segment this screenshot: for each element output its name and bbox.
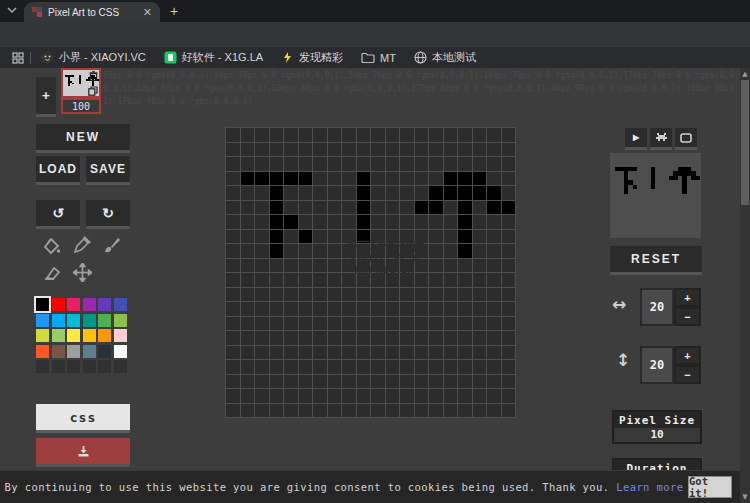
pixel-cell[interactable] [328,157,342,171]
pixel-cell[interactable] [458,360,472,374]
palette-swatch[interactable] [36,345,49,358]
load-button[interactable]: LOAD [36,156,80,182]
pixel-cell[interactable] [255,259,269,273]
add-frame-button[interactable]: + [36,77,56,114]
pixel-cell[interactable] [502,331,516,345]
pixel-cell[interactable] [255,389,269,403]
pixel-cell[interactable] [313,128,327,142]
pixel-cell[interactable] [241,230,255,244]
pixel-cell[interactable] [226,259,240,273]
pixel-cell[interactable] [429,317,443,331]
pixel-cell[interactable] [255,273,269,287]
pixel-cell[interactable] [342,389,356,403]
pixel-cell[interactable] [371,288,385,302]
pixel-cell[interactable] [386,404,400,418]
width-increase-button[interactable]: + [674,288,701,307]
pixel-cell[interactable] [473,389,487,403]
pixel-cell[interactable] [313,389,327,403]
palette-swatch[interactable] [36,360,49,373]
pixel-cell[interactable] [415,143,429,157]
pixel-cell[interactable] [386,157,400,171]
pixel-cell[interactable] [487,186,501,200]
pixel-cell[interactable] [255,360,269,374]
play-preview-button[interactable]: ▶ [625,128,647,147]
pixel-cell[interactable] [400,143,414,157]
pixel-cell[interactable] [284,331,298,345]
pixel-cell[interactable] [313,201,327,215]
pixel-cell[interactable] [241,288,255,302]
palette-swatch[interactable] [114,298,127,311]
pixel-cell[interactable] [502,128,516,142]
palette-swatch[interactable] [98,329,111,342]
pixel-cell[interactable] [342,128,356,142]
pixel-cell[interactable] [284,273,298,287]
pixel-cell[interactable] [415,157,429,171]
pixel-cell[interactable] [299,128,313,142]
pixel-cell[interactable] [487,389,501,403]
pixel-cell[interactable] [415,346,429,360]
pixel-cell[interactable] [502,360,516,374]
pixel-cell[interactable] [386,201,400,215]
pixel-cell[interactable] [444,346,458,360]
palette-swatch[interactable] [114,360,127,373]
pixel-cell[interactable] [400,302,414,316]
pixel-cell[interactable] [458,230,472,244]
pixel-cell[interactable] [444,331,458,345]
pixel-cell[interactable] [502,404,516,418]
pixel-cell[interactable] [255,375,269,389]
pixel-cell[interactable] [255,244,269,258]
pixel-cell[interactable] [284,404,298,418]
pixel-cell[interactable] [400,172,414,186]
pixel-cell[interactable] [357,215,371,229]
pixel-cell[interactable] [255,128,269,142]
pixel-cell[interactable] [429,375,443,389]
pixel-cell[interactable] [241,143,255,157]
pixel-cell[interactable] [313,288,327,302]
pixel-cell[interactable] [502,273,516,287]
bookmark-item[interactable]: MT [361,52,396,64]
palette-swatch[interactable] [83,345,96,358]
pixel-cell[interactable] [502,302,516,316]
pixel-cell[interactable] [299,215,313,229]
pixel-cell[interactable] [429,201,443,215]
pixel-cell[interactable] [502,172,516,186]
pixel-cell[interactable] [415,186,429,200]
pixel-cell[interactable] [270,288,284,302]
pixel-cell[interactable] [328,346,342,360]
pixel-cell[interactable] [487,360,501,374]
palette-swatch[interactable] [83,329,96,342]
pixel-cell[interactable] [502,230,516,244]
pixel-cell[interactable] [255,288,269,302]
pixel-cell[interactable] [342,360,356,374]
pixel-cell[interactable] [458,128,472,142]
pixel-cell[interactable] [458,201,472,215]
pixel-cell[interactable] [270,331,284,345]
pixel-cell[interactable] [487,317,501,331]
pixel-cell[interactable] [429,389,443,403]
pixel-cell[interactable] [458,273,472,287]
pixel-cell[interactable] [415,302,429,316]
palette-swatch[interactable] [67,314,80,327]
download-button[interactable] [36,438,130,464]
pixel-cell[interactable] [313,215,327,229]
pixel-cell[interactable] [487,346,501,360]
pixel-cell[interactable] [400,375,414,389]
pixel-cell[interactable] [473,143,487,157]
pixel-cell[interactable] [299,230,313,244]
pixel-cell[interactable] [299,244,313,258]
width-value[interactable]: 20 [640,288,674,326]
pixel-cell[interactable] [328,302,342,316]
pixel-cell[interactable] [284,172,298,186]
pixel-cell[interactable] [241,346,255,360]
palette-swatch[interactable] [83,314,96,327]
pixel-cell[interactable] [313,186,327,200]
palette-swatch[interactable] [36,329,49,342]
palette-swatch[interactable] [67,345,80,358]
pixel-cell[interactable] [429,143,443,157]
pixel-cell[interactable] [328,288,342,302]
palette-swatch[interactable] [36,314,49,327]
palette-swatch[interactable] [114,314,127,327]
pixel-cell[interactable] [415,331,429,345]
pixel-cell[interactable] [241,389,255,403]
pixel-cell[interactable] [371,317,385,331]
